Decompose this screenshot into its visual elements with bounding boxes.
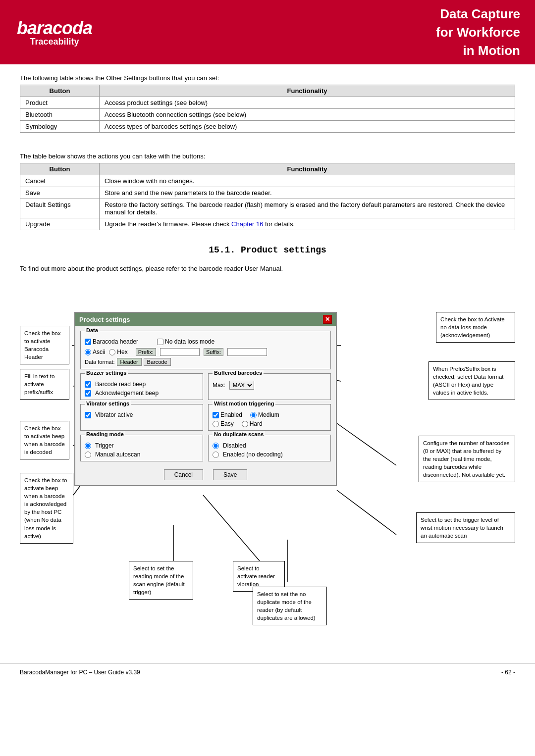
- table-row: Symbology Access types of barcodes setti…: [20, 121, 515, 133]
- table-row: Default Settings Restore the factory set…: [20, 199, 515, 218]
- other-settings-table: Button Functionality Product Access prod…: [20, 85, 515, 133]
- data-section-title: Data: [85, 327, 100, 333]
- manual-autoscan-label[interactable]: Manual autoscan: [85, 451, 199, 458]
- btn-product: Product: [20, 97, 100, 109]
- callout-barcode-beep: Check the box to activate beep when a ba…: [20, 421, 69, 459]
- acknowledgement-beep-label[interactable]: Acknowledgement beep: [85, 390, 199, 397]
- page-header: baracoda Traceability Data Capture for W…: [0, 0, 535, 64]
- hard-radio[interactable]: [242, 421, 248, 427]
- func-product: Access product settings (see below): [100, 97, 515, 109]
- barcode-read-beep-checkbox[interactable]: [85, 381, 91, 388]
- header-btn[interactable]: Header: [117, 358, 142, 366]
- reading-section-title: Reading mode: [85, 431, 125, 437]
- product-settings-dialog: Product settings ✕ Data Baracoda header …: [74, 312, 337, 486]
- nodup-section: No duplicate scans Disabled Enabled (no …: [208, 435, 331, 461]
- func-bluetooth: Access Bluetooth connection settings (se…: [100, 109, 515, 121]
- dialog-body: Data Baracoda header No data loss mode: [75, 326, 336, 485]
- dialog-titlebar: Product settings ✕: [75, 313, 336, 326]
- suffix-label: Suffix:: [204, 348, 223, 356]
- btn-upgrade: Upgrade: [20, 218, 100, 230]
- chapter16-link[interactable]: Chapter 16: [231, 220, 263, 228]
- manual-autoscan-radio[interactable]: [85, 452, 91, 458]
- disabled-radio[interactable]: [213, 443, 219, 449]
- logo-area: baracoda Traceability: [0, 0, 109, 64]
- main-content: The following table shows the Other Sett…: [0, 64, 535, 654]
- dialog-cancel-button[interactable]: Cancel: [164, 469, 203, 480]
- btn-default: Default Settings: [20, 199, 100, 218]
- svg-line-10: [337, 490, 396, 535]
- wrist-enabled-checkbox[interactable]: [213, 412, 219, 418]
- buzzer-buffered-row: Buzzer settings Barcode read beep Acknow…: [80, 373, 331, 404]
- no-data-loss-label[interactable]: No data loss mode: [157, 338, 214, 345]
- data-section: Data Baracoda header No data loss mode: [80, 331, 331, 369]
- header-title2: for Workforce: [436, 25, 520, 40]
- hex-radio-label[interactable]: Hex: [109, 349, 127, 355]
- table-row: Product Access product settings (see bel…: [20, 97, 515, 109]
- dialog-illustration: Check the box to activate Baracoda Heade…: [20, 282, 515, 619]
- trigger-label[interactable]: Trigger: [85, 442, 199, 449]
- data-format-label: Data format:: [85, 359, 115, 365]
- prefix-input[interactable]: [160, 348, 200, 356]
- wrist-section: Wrist motion triggering Enabled Medium: [208, 404, 331, 431]
- barcode-btn[interactable]: Barcode: [144, 358, 171, 366]
- brand-name: baracoda: [17, 18, 92, 39]
- callout-wrist-motion: Select to set the trigger level of wrist…: [416, 512, 515, 543]
- baracoda-header-checkbox[interactable]: [85, 339, 91, 345]
- btn-save: Save: [20, 187, 100, 199]
- table-row: Upgrade Ugrade the reader's firmware. Pl…: [20, 218, 515, 230]
- max-label: Max:: [213, 382, 225, 389]
- table1-intro: The following table shows the Other Sett…: [20, 74, 515, 82]
- vibrator-section-title: Vibrator settings: [85, 401, 131, 406]
- header-title: Data Capture for Workforce in Motion: [109, 0, 535, 64]
- ascii-radio-label[interactable]: Ascii: [85, 349, 105, 355]
- buffered-section: Buffered barcodes Max: MAX 0: [208, 373, 331, 400]
- page-footer: BaracodaManager for PC – User Guide v3.3…: [0, 663, 535, 681]
- col-func1: Functionality: [100, 85, 515, 97]
- wrist-section-title: Wrist motion triggering: [213, 401, 275, 406]
- callout-reading-mode: Select to set the reading mode of the sc…: [129, 561, 193, 600]
- medium-radio-label[interactable]: Medium: [250, 411, 279, 418]
- easy-radio-label[interactable]: Easy: [213, 420, 234, 427]
- buzzer-section-title: Buzzer settings: [85, 370, 128, 376]
- nodup-section-title: No duplicate scans: [213, 431, 265, 437]
- easy-radio[interactable]: [213, 421, 219, 427]
- reading-section: Reading mode Trigger Manual autoscan: [80, 435, 203, 461]
- vibrator-active-label[interactable]: Vibrator active: [85, 411, 199, 418]
- func-cancel: Close window with no changes.: [100, 175, 515, 187]
- suffix-input[interactable]: [227, 348, 267, 356]
- barcode-read-beep-label[interactable]: Barcode read beep: [85, 381, 199, 388]
- func-default: Restore the factory settings. The barcod…: [100, 199, 515, 218]
- section-heading: 15.1. Product settings: [20, 245, 515, 255]
- callout-buffered: Configure the number of barcodes (0 or M…: [419, 436, 515, 482]
- vibrator-wrist-row: Vibrator settings Vibrator active Wrist …: [80, 404, 331, 435]
- callout-prefix-suffix: When Prefix/Suffix box is checked, selec…: [428, 361, 515, 400]
- col-func2: Functionality: [100, 163, 515, 175]
- baracoda-header-label[interactable]: Baracoda header: [85, 338, 138, 345]
- ascii-radio[interactable]: [85, 349, 91, 355]
- trigger-radio[interactable]: [85, 443, 91, 449]
- func-upgrade: Ugrade the reader's firmware. Please che…: [100, 218, 515, 230]
- actions-table: Button Functionality Cancel Close window…: [20, 163, 515, 230]
- disabled-label[interactable]: Disabled: [213, 442, 326, 449]
- svg-line-9: [337, 423, 396, 465]
- wrist-enabled-label[interactable]: Enabled: [213, 411, 242, 418]
- table2-intro: The table below shows the actions you ca…: [20, 152, 515, 160]
- hard-radio-label[interactable]: Hard: [242, 420, 263, 427]
- vibrator-section: Vibrator settings Vibrator active: [80, 404, 203, 431]
- no-data-loss-checkbox[interactable]: [157, 339, 163, 345]
- svg-line-7: [203, 495, 263, 564]
- vibrator-active-checkbox[interactable]: [85, 412, 91, 418]
- table-row: Bluetooth Access Bluetooth connection se…: [20, 109, 515, 121]
- dialog-close-button[interactable]: ✕: [323, 315, 332, 324]
- enabled-no-decoding-radio[interactable]: [213, 452, 219, 458]
- btn-cancel: Cancel: [20, 175, 100, 187]
- dialog-save-button[interactable]: Save: [213, 469, 247, 480]
- medium-radio[interactable]: [250, 412, 257, 418]
- max-select[interactable]: MAX 0: [229, 381, 254, 390]
- hex-radio[interactable]: [109, 349, 115, 355]
- acknowledgement-beep-checkbox[interactable]: [85, 390, 91, 397]
- logo: baracoda Traceability: [17, 18, 92, 47]
- enabled-no-decoding-label[interactable]: Enabled (no decoding): [213, 451, 326, 458]
- buffered-section-title: Buffered barcodes: [213, 370, 264, 376]
- func-save: Store and send the new parameters to the…: [100, 187, 515, 199]
